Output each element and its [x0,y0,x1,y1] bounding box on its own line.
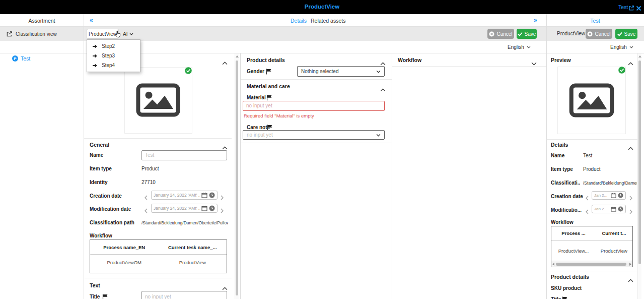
image-placeholder-icon [136,83,180,119]
name-field[interactable] [141,150,227,160]
item-type-label: Item type [551,166,573,172]
calendar-icon[interactable] [611,193,616,198]
date-next-icon[interactable] [629,194,632,203]
flag-icon[interactable] [102,293,108,299]
collapse-left-button[interactable]: « [90,17,93,24]
calendar-icon[interactable] [201,192,207,198]
ai-menu-button[interactable]: AI [123,31,133,37]
tree-item-test[interactable]: P Test [12,55,30,62]
clock-icon[interactable] [618,206,623,212]
clock-icon[interactable] [618,193,623,198]
close-icon[interactable] [636,4,641,13]
chevron-down-icon [629,46,633,48]
right-save-button[interactable]: Save [615,29,637,39]
chevron-down-icon [527,46,531,48]
right-cancel-button[interactable]: Cancel [586,29,612,39]
collapse-section-icon[interactable] [380,85,386,94]
creation-date-field[interactable]: January 24, 2022 'AMt' ... [151,191,218,200]
divider [84,138,232,139]
divider [241,79,392,80]
scroll-up-icon[interactable] [638,55,641,57]
vertical-scrollbar[interactable] [637,53,641,299]
collapse-section-icon[interactable] [628,143,633,152]
section-preview-title: Preview [551,57,571,63]
date-prev-icon[interactable] [145,206,148,215]
cancel-label: Cancel [595,31,610,37]
scroll-left-icon[interactable] [552,263,554,266]
calendar-icon[interactable] [611,206,616,212]
name-value: Test [583,153,592,158]
date-prev-icon[interactable] [586,207,589,216]
tab-related-assets[interactable]: Related assets [311,18,345,24]
title-field[interactable] [141,291,227,299]
collapse-section-icon[interactable] [222,58,228,67]
calendar-icon[interactable] [201,205,207,211]
circle-x-icon [587,31,593,37]
creation-date-value: Jan 2... [594,193,609,198]
classification-path-value: /Standard/Bekleidung/Damen/Oberteile/Pul… [141,220,228,225]
material-input[interactable] [243,101,385,111]
save-button[interactable]: Save [517,29,537,39]
scrollbar-thumb[interactable] [556,263,626,266]
chevron-down-icon [376,70,381,73]
menu-item-step4[interactable]: Step4 [87,61,140,70]
scroll-up-icon[interactable] [236,55,239,57]
collapse-right-button[interactable]: » [534,17,537,24]
topbar-user-tab[interactable]: Test [618,4,628,10]
creation-date-field[interactable]: Jan 2... [592,191,626,200]
scroll-right-icon[interactable] [629,263,631,266]
validated-badge-icon [184,67,192,77]
date-next-icon[interactable] [221,206,224,215]
classification-path-label: Classification path [90,220,134,225]
classification-view-button[interactable]: Classification view [16,31,57,37]
right-language-selector[interactable]: English [610,44,633,50]
gender-value: Nothing selected [301,69,339,74]
menu-item-label: Step2 [102,43,115,49]
right-panel-title[interactable]: Test [546,18,644,24]
gender-select[interactable]: Nothing selected [297,66,385,77]
workflow-table-row[interactable]: ProductViewOM ProductView [90,255,227,270]
modification-date-field[interactable]: Jan 2... [592,205,626,213]
vertical-scrollbar[interactable] [235,53,239,299]
menu-item-step2[interactable]: Step2 [87,41,140,51]
care-note-select[interactable]: no input yet [243,130,385,140]
title-label: Title [551,296,561,299]
material-field[interactable] [243,100,385,110]
workflow-actions-button[interactable]: ProductView [87,29,119,39]
mouse-cursor [115,30,121,40]
menu-item-label: Step4 [102,63,115,68]
clock-icon[interactable] [209,205,215,211]
date-prev-icon[interactable] [586,194,589,203]
workflow-table-header: Process name_EN Current tesk name_... [90,240,227,255]
collapse-section-icon[interactable] [628,58,633,68]
assortment-panel-title: Assortment [0,18,84,24]
creation-date-value: January 24, 2022 'AMt' ... [154,193,200,198]
collapse-section-icon[interactable] [628,275,633,284]
tree-item-label: Test [21,55,30,62]
scrollbar-thumb[interactable] [638,61,641,264]
date-next-icon[interactable] [629,207,632,216]
name-input[interactable] [141,150,227,160]
cell-process-name: ProductView... [551,248,596,254]
workflow-table-row[interactable]: ProductView... ProductView [551,241,632,261]
section-product-details-title: Product details [551,274,589,280]
language-selector[interactable]: English [508,44,531,50]
horizontal-scrollbar[interactable] [551,261,632,267]
clock-icon[interactable] [209,192,215,198]
language-value: English [610,44,627,50]
modification-date-field[interactable]: January 24, 2022 'AMt' ... [151,204,218,213]
date-next-icon[interactable] [221,193,224,202]
date-prev-icon[interactable] [145,193,148,202]
external-link-icon[interactable] [628,4,634,13]
flag-icon[interactable] [562,295,568,299]
flag-icon[interactable] [266,68,272,77]
tab-details[interactable]: Details [291,18,307,24]
column-header: Current t... [596,230,632,236]
scrollbar-thumb[interactable] [236,61,238,295]
menu-item-step3[interactable]: Step3 [87,51,140,61]
circle-x-icon [489,31,494,37]
title-input[interactable] [141,291,227,299]
cancel-button[interactable]: Cancel [487,29,514,39]
app-title: ProductView [0,4,644,10]
identity-label: Identity [90,180,108,185]
